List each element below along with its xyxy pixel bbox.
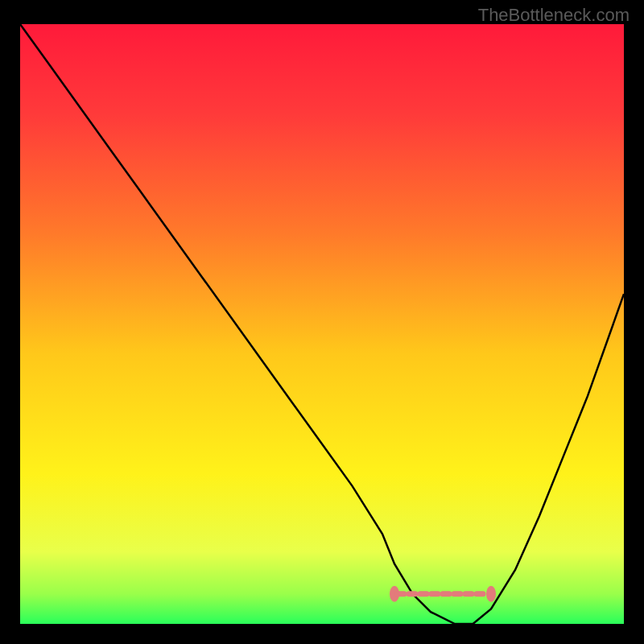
svg-point-1 xyxy=(486,586,496,602)
watermark-text: TheBottleneck.com xyxy=(478,5,630,26)
chart-container: TheBottleneck.com xyxy=(0,0,644,644)
plot-background xyxy=(20,24,624,624)
bottleneck-chart xyxy=(0,0,644,644)
